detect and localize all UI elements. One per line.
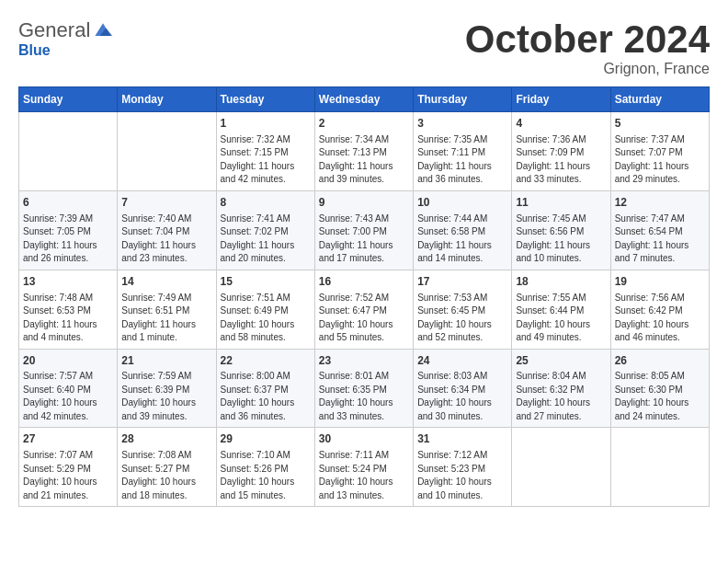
day-info: Sunrise: 8:00 AMSunset: 6:37 PMDaylight:…: [221, 370, 311, 423]
calendar-cell: 26Sunrise: 8:05 AMSunset: 6:30 PMDayligh…: [610, 349, 709, 428]
day-number: 4: [516, 116, 606, 132]
calendar-week-row: 13Sunrise: 7:48 AMSunset: 6:53 PMDayligh…: [19, 270, 710, 349]
day-info: Sunrise: 8:01 AMSunset: 6:35 PMDaylight:…: [319, 370, 409, 423]
day-info: Sunrise: 7:35 AMSunset: 7:11 PMDaylight:…: [417, 133, 507, 187]
calendar-cell: 20Sunrise: 7:57 AMSunset: 6:40 PMDayligh…: [19, 349, 118, 428]
day-info: Sunrise: 7:51 AMSunset: 6:49 PMDaylight:…: [221, 292, 311, 345]
calendar-cell: 13Sunrise: 7:48 AMSunset: 6:53 PMDayligh…: [19, 270, 118, 349]
calendar-cell: [512, 428, 610, 507]
day-number: 20: [23, 353, 113, 369]
day-number: 26: [615, 353, 705, 369]
day-number: 2: [319, 116, 409, 132]
day-number: 6: [23, 195, 113, 211]
calendar-cell: 6Sunrise: 7:39 AMSunset: 7:05 PMDaylight…: [19, 190, 118, 270]
calendar-cell: 3Sunrise: 7:35 AMSunset: 7:11 PMDaylight…: [414, 112, 512, 191]
calendar-cell: 12Sunrise: 7:47 AMSunset: 6:54 PMDayligh…: [610, 190, 709, 270]
calendar-cell: 23Sunrise: 8:01 AMSunset: 6:35 PMDayligh…: [314, 349, 413, 428]
day-number: 27: [23, 431, 113, 447]
day-number: 15: [221, 274, 311, 290]
day-info: Sunrise: 8:04 AMSunset: 6:32 PMDaylight:…: [516, 370, 606, 423]
day-info: Sunrise: 7:48 AMSunset: 6:53 PMDaylight:…: [23, 292, 113, 345]
day-info: Sunrise: 7:40 AMSunset: 7:04 PMDaylight:…: [121, 213, 211, 266]
calendar-cell: 29Sunrise: 7:10 AMSunset: 5:26 PMDayligh…: [216, 428, 314, 507]
day-info: Sunrise: 7:52 AMSunset: 6:47 PMDaylight:…: [319, 292, 409, 345]
day-number: 1: [221, 116, 311, 132]
day-number: 10: [417, 195, 507, 211]
day-number: 7: [121, 195, 211, 211]
day-number: 28: [121, 431, 211, 447]
day-number: 25: [516, 353, 606, 369]
calendar-cell: [19, 112, 118, 191]
day-number: 18: [516, 274, 606, 290]
location: Grignon, France: [465, 61, 710, 77]
calendar-cell: 25Sunrise: 8:04 AMSunset: 6:32 PMDayligh…: [512, 349, 610, 428]
calendar-cell: 28Sunrise: 7:08 AMSunset: 5:27 PMDayligh…: [118, 428, 216, 507]
calendar-week-row: 1Sunrise: 7:32 AMSunset: 7:15 PMDaylight…: [19, 112, 710, 191]
calendar-cell: 18Sunrise: 7:55 AMSunset: 6:44 PMDayligh…: [512, 270, 610, 349]
day-number: 8: [221, 195, 311, 211]
day-info: Sunrise: 8:03 AMSunset: 6:34 PMDaylight:…: [417, 370, 507, 423]
calendar-header-sunday: Sunday: [19, 87, 118, 112]
calendar-cell: 7Sunrise: 7:40 AMSunset: 7:04 PMDaylight…: [118, 190, 216, 270]
day-info: Sunrise: 7:49 AMSunset: 6:51 PMDaylight:…: [121, 292, 211, 345]
day-info: Sunrise: 7:44 AMSunset: 6:58 PMDaylight:…: [417, 213, 507, 266]
day-info: Sunrise: 7:45 AMSunset: 6:56 PMDaylight:…: [516, 213, 606, 266]
day-info: Sunrise: 7:39 AMSunset: 7:05 PMDaylight:…: [23, 213, 113, 266]
day-info: Sunrise: 7:07 AMSunset: 5:29 PMDaylight:…: [23, 449, 113, 502]
calendar-header-wednesday: Wednesday: [314, 87, 413, 112]
day-info: Sunrise: 7:36 AMSunset: 7:09 PMDaylight:…: [516, 133, 606, 187]
title-block: October 2024 Grignon, France: [465, 18, 710, 77]
calendar-cell: 24Sunrise: 8:03 AMSunset: 6:34 PMDayligh…: [414, 349, 512, 428]
day-number: 24: [417, 353, 507, 369]
calendar-cell: 17Sunrise: 7:53 AMSunset: 6:45 PMDayligh…: [414, 270, 512, 349]
day-number: 31: [417, 431, 507, 447]
calendar-cell: 15Sunrise: 7:51 AMSunset: 6:49 PMDayligh…: [216, 270, 314, 349]
day-number: 29: [221, 431, 311, 447]
calendar-cell: 4Sunrise: 7:36 AMSunset: 7:09 PMDaylight…: [512, 112, 610, 191]
calendar-cell: 30Sunrise: 7:11 AMSunset: 5:24 PMDayligh…: [314, 428, 413, 507]
day-info: Sunrise: 7:55 AMSunset: 6:44 PMDaylight:…: [516, 292, 606, 345]
day-number: 17: [417, 274, 507, 290]
day-info: Sunrise: 7:08 AMSunset: 5:27 PMDaylight:…: [121, 449, 211, 502]
logo-blue-text: Blue: [18, 42, 51, 58]
day-info: Sunrise: 7:56 AMSunset: 6:42 PMDaylight:…: [615, 292, 705, 345]
calendar-table: SundayMondayTuesdayWednesdayThursdayFrid…: [18, 86, 710, 507]
day-info: Sunrise: 7:59 AMSunset: 6:39 PMDaylight:…: [121, 370, 211, 423]
page-header: General Blue October 2024 Grignon, Franc…: [18, 18, 710, 77]
calendar-cell: 21Sunrise: 7:59 AMSunset: 6:39 PMDayligh…: [118, 349, 216, 428]
calendar-header-tuesday: Tuesday: [216, 87, 314, 112]
day-info: Sunrise: 7:57 AMSunset: 6:40 PMDaylight:…: [23, 370, 113, 423]
calendar-cell: [118, 112, 216, 191]
logo: General Blue: [18, 18, 114, 59]
calendar-cell: 11Sunrise: 7:45 AMSunset: 6:56 PMDayligh…: [512, 190, 610, 270]
day-number: 13: [23, 274, 113, 290]
month-title: October 2024: [465, 18, 710, 61]
day-info: Sunrise: 7:32 AMSunset: 7:15 PMDaylight:…: [221, 133, 311, 187]
day-info: Sunrise: 7:43 AMSunset: 7:00 PMDaylight:…: [319, 213, 409, 266]
day-info: Sunrise: 7:12 AMSunset: 5:23 PMDaylight:…: [417, 449, 507, 502]
logo-general-text: General: [18, 18, 90, 42]
calendar-header-thursday: Thursday: [414, 87, 512, 112]
day-number: 19: [615, 274, 705, 290]
calendar-cell: 1Sunrise: 7:32 AMSunset: 7:15 PMDaylight…: [216, 112, 314, 191]
calendar-cell: 8Sunrise: 7:41 AMSunset: 7:02 PMDaylight…: [216, 190, 314, 270]
day-info: Sunrise: 7:41 AMSunset: 7:02 PMDaylight:…: [221, 213, 311, 266]
calendar-week-row: 20Sunrise: 7:57 AMSunset: 6:40 PMDayligh…: [19, 349, 710, 428]
day-number: 3: [417, 116, 507, 132]
day-number: 30: [319, 431, 409, 447]
calendar-cell: 10Sunrise: 7:44 AMSunset: 6:58 PMDayligh…: [414, 190, 512, 270]
day-info: Sunrise: 7:47 AMSunset: 6:54 PMDaylight:…: [615, 213, 705, 266]
calendar-header-friday: Friday: [512, 87, 610, 112]
day-number: 21: [121, 353, 211, 369]
day-info: Sunrise: 7:10 AMSunset: 5:26 PMDaylight:…: [221, 449, 311, 502]
calendar-header-saturday: Saturday: [610, 87, 709, 112]
day-number: 11: [516, 195, 606, 211]
day-number: 23: [319, 353, 409, 369]
calendar-cell: 9Sunrise: 7:43 AMSunset: 7:00 PMDaylight…: [314, 190, 413, 270]
day-number: 9: [319, 195, 409, 211]
calendar-cell: 16Sunrise: 7:52 AMSunset: 6:47 PMDayligh…: [314, 270, 413, 349]
day-number: 16: [319, 274, 409, 290]
calendar-cell: 2Sunrise: 7:34 AMSunset: 7:13 PMDaylight…: [314, 112, 413, 191]
calendar-cell: 31Sunrise: 7:12 AMSunset: 5:23 PMDayligh…: [414, 428, 512, 507]
day-info: Sunrise: 7:11 AMSunset: 5:24 PMDaylight:…: [319, 449, 409, 502]
